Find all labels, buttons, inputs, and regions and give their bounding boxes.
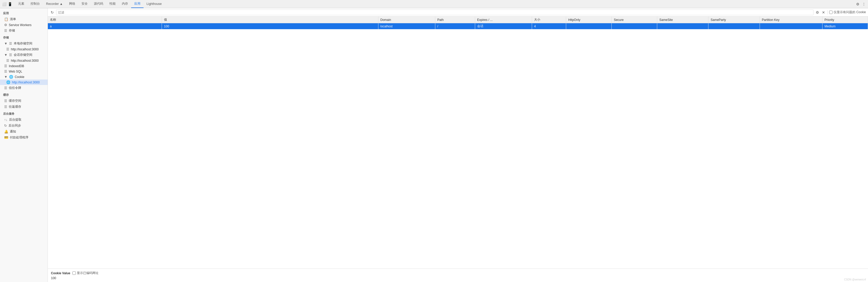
sessionstorage-localhost-label: http://localhost:3000	[11, 59, 38, 63]
cookie-icon: 🌐	[9, 75, 13, 79]
cell-size: 4	[532, 23, 566, 29]
decode-checkbox[interactable]	[72, 272, 76, 275]
only-issues-label[interactable]: 仅显示有问题的 Cookie	[829, 10, 866, 14]
more-icon[interactable]: ⋮	[862, 2, 866, 6]
payment-handler-icon: 💳	[4, 136, 8, 139]
clear-filter-icon[interactable]: ✕	[821, 10, 826, 15]
cell-secure	[612, 23, 657, 29]
tab-security[interactable]: 安全	[79, 0, 91, 8]
sidebar-item-background-sync[interactable]: ↻ 后台同步	[0, 123, 48, 129]
back-forward-cache-label: 往返缓存	[9, 105, 21, 109]
service-workers-label: Service Workers	[9, 23, 32, 27]
col-header-domain[interactable]: Domain	[378, 16, 435, 23]
col-header-name[interactable]: 名称	[48, 16, 162, 23]
cookie-table-body: a100localhost/会话4Medium	[48, 23, 868, 29]
sidebar-item-sessionstorage[interactable]: ▼ ☰ 会话存储空间	[0, 52, 48, 58]
manifest-label: 清单	[10, 17, 16, 22]
cookie-localhost-label: http://localhost:3000	[12, 80, 39, 84]
col-header-size[interactable]: 大小	[532, 16, 566, 23]
col-header-secure[interactable]: Secure	[612, 16, 657, 23]
sidebar-item-storage[interactable]: ☰ 存储	[0, 28, 48, 34]
sidebar-item-websql[interactable]: ☰ Web SQL	[0, 69, 48, 74]
tab-bar-right: ⚙ ⋮	[856, 2, 866, 6]
localstorage-label: 本地存储空间	[14, 41, 32, 46]
sidebar-item-cache-storage[interactable]: ☰ 缓存空间	[0, 98, 48, 104]
tab-sources[interactable]: 源代码	[91, 0, 106, 8]
sidebar-item-payment-handler[interactable]: 💳 付款处理程序	[0, 135, 48, 140]
filter-options-icon[interactable]: ⚙	[815, 10, 819, 15]
cell-partitionkey	[760, 23, 822, 29]
table-row[interactable]: a100localhost/会话4Medium	[48, 23, 868, 29]
background-fetch-label: 后台提取	[9, 117, 22, 122]
sidebar-section-cache: 缓存	[0, 91, 48, 98]
sidebar-item-manifest[interactable]: 📋 清单	[0, 16, 48, 22]
tab-network[interactable]: 网络	[66, 0, 79, 8]
cookie-value-text: 100	[51, 276, 865, 280]
refresh-button[interactable]: ↻	[50, 10, 55, 15]
inspect-icon[interactable]: ⬜	[2, 2, 6, 6]
decode-text: 显示已编码网址	[77, 271, 98, 275]
cell-value: 100	[162, 23, 378, 29]
sidebar-item-notifications[interactable]: 🔔 通知	[0, 129, 48, 135]
sessionstorage-icon: ☰	[9, 53, 12, 57]
payment-handler-label: 付款处理程序	[10, 135, 28, 140]
sidebar-item-cookie-localhost[interactable]: 🌐 http://localhost:3000	[0, 79, 48, 85]
back-forward-cache-icon: ☰	[4, 105, 7, 109]
device-icon[interactable]: 📱	[8, 2, 12, 6]
background-sync-label: 后台同步	[8, 124, 21, 128]
col-header-path[interactable]: Path	[435, 16, 475, 23]
tab-console[interactable]: 控制台	[27, 0, 43, 8]
table-header-row: 名称 值 Domain Path Expires / ... 大小 HttpOn…	[48, 16, 868, 23]
col-header-expires[interactable]: Expires / ...	[475, 16, 532, 23]
cookie-table-wrapper: 名称 值 Domain Path Expires / ... 大小 HttpOn…	[48, 16, 868, 269]
sidebar-item-sessionstorage-localhost[interactable]: ☰ http://localhost:3000	[0, 58, 48, 63]
storage-label: 存储	[9, 28, 15, 33]
tab-bar-icons: ⬜ 📱	[2, 2, 12, 6]
col-header-samesite[interactable]: SameSite	[657, 16, 708, 23]
col-header-httponly[interactable]: HttpOnly	[566, 16, 612, 23]
sidebar-item-service-workers[interactable]: ⚙ Service Workers	[0, 22, 48, 28]
panel-toolbar: ↻ ⚙ ✕ 仅显示有问题的 Cookie	[48, 8, 868, 16]
tab-recorder[interactable]: Recorder ▲	[43, 1, 66, 8]
col-header-sameparty[interactable]: SameParty	[708, 16, 760, 23]
cookie-panel: ↻ ⚙ ✕ 仅显示有问题的 Cookie 名称 值 Doma	[48, 8, 868, 282]
sidebar-item-localstorage-localhost[interactable]: ☰ http://localhost:3000	[0, 46, 48, 52]
cell-expires: 会话	[475, 23, 532, 29]
cell-priority: Medium	[822, 23, 868, 29]
filter-input[interactable]	[56, 9, 813, 15]
manifest-icon: 📋	[4, 17, 8, 21]
cell-httponly	[566, 23, 612, 29]
tab-lighthouse[interactable]: Lighthouse	[144, 1, 165, 8]
sidebar-item-cookie[interactable]: ▼ 🌐 Cookie	[0, 74, 48, 79]
col-header-value[interactable]: 值	[162, 16, 378, 23]
only-issues-checkbox[interactable]	[829, 10, 833, 14]
cache-storage-icon: ☰	[4, 99, 7, 103]
sidebar-item-back-forward-cache[interactable]: ☰ 往返缓存	[0, 104, 48, 110]
sidebar-item-indexeddb[interactable]: ☰ IndexedDB	[0, 63, 48, 69]
tab-elements[interactable]: 元素	[15, 0, 27, 8]
cookie-localhost-icon: 🌐	[6, 80, 10, 84]
background-fetch-icon: ↑↓	[4, 118, 7, 121]
col-header-partitionkey[interactable]: Partition Key	[760, 16, 822, 23]
trust-tokens-icon: ☰	[4, 86, 7, 90]
sidebar-item-background-fetch[interactable]: ↑↓ 后台提取	[0, 117, 48, 123]
tab-memory[interactable]: 内存	[119, 0, 131, 8]
tab-performance[interactable]: 性能	[106, 0, 119, 8]
settings-icon[interactable]: ⚙	[856, 2, 860, 6]
watermark: CSDN @weiweicnf	[844, 278, 866, 281]
toolbar-separator	[827, 10, 828, 14]
sidebar-item-localstorage[interactable]: ▼ ☰ 本地存储空间	[0, 40, 48, 46]
tab-application[interactable]: 应用	[131, 0, 144, 8]
cookie-label: Cookie	[15, 75, 24, 79]
cookie-value-title: Cookie Value	[51, 272, 70, 275]
cache-storage-label: 缓存空间	[9, 99, 21, 103]
sidebar-item-trust-tokens[interactable]: ☰ 信任令牌	[0, 85, 48, 91]
cell-sameparty	[708, 23, 760, 29]
decode-label[interactable]: 显示已编码网址	[72, 271, 98, 275]
indexeddb-icon: ☰	[4, 64, 7, 68]
localstorage-expand-icon: ▼	[4, 42, 7, 45]
websql-label: Web SQL	[9, 70, 22, 73]
col-header-priority[interactable]: Priority	[822, 16, 868, 23]
localstorage-localhost-label: http://localhost:3000	[11, 47, 38, 51]
sidebar-section-app: 应用	[0, 9, 48, 16]
